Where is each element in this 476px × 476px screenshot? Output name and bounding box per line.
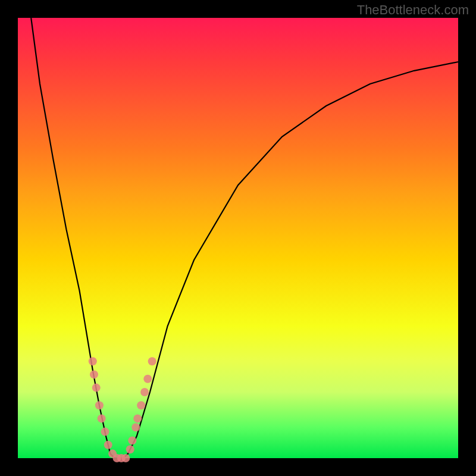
bottleneck-curve <box>31 18 458 458</box>
marker-point <box>148 357 156 365</box>
marker-point <box>121 454 130 462</box>
marker-cluster <box>89 357 156 462</box>
marker-point <box>104 441 112 449</box>
marker-point <box>98 414 106 422</box>
chart-container: TheBottleneck.com <box>0 0 476 476</box>
marker-point <box>89 357 97 365</box>
marker-point <box>137 401 145 409</box>
marker-point <box>95 401 104 409</box>
marker-point <box>128 436 136 444</box>
marker-point <box>90 370 98 378</box>
marker-point <box>133 414 142 422</box>
watermark-label: TheBottleneck.com <box>357 2 469 18</box>
marker-point <box>101 428 109 436</box>
marker-point <box>140 388 149 396</box>
marker-point <box>126 445 134 453</box>
marker-point <box>143 375 152 383</box>
curve-layer <box>18 18 458 458</box>
plot-area <box>18 18 458 458</box>
marker-point <box>131 423 140 431</box>
marker-point <box>92 384 101 392</box>
